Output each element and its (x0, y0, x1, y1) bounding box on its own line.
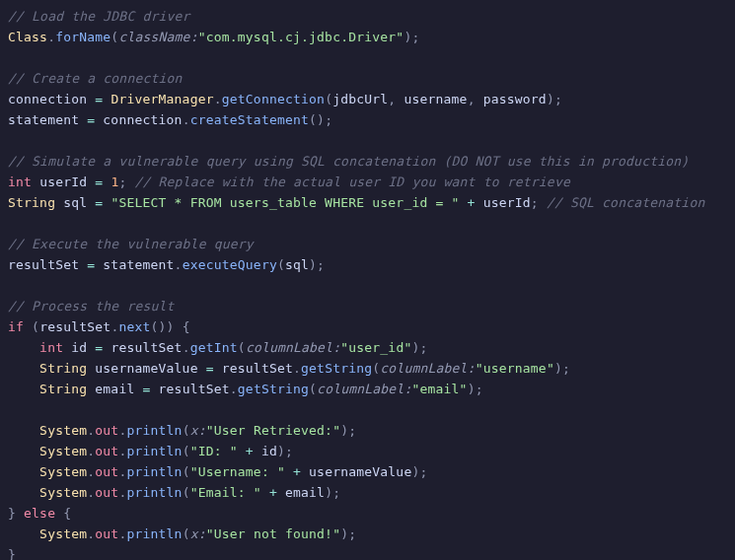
keyword-int: int (8, 175, 32, 189)
method-forName: forName (55, 30, 110, 44)
string-literal: "SELECT * FROM users_table WHERE user_id… (110, 195, 459, 210)
comment: // Process the result (8, 299, 175, 314)
method-println: println (126, 423, 182, 438)
string-literal: "User not found!" (206, 526, 340, 541)
string-literal: "User Retrieved:" (206, 423, 340, 438)
string-literal: "user_id" (340, 340, 411, 355)
ident-password: password (483, 92, 547, 106)
ident-connection: connection (8, 92, 87, 106)
ident-sql: sql (63, 195, 87, 210)
comment: // SQL concatenation (547, 195, 705, 210)
ident-username: username (404, 92, 467, 106)
comment: // Execute the vulnerable query (8, 237, 254, 251)
comment: // Load the JDBC driver (8, 9, 190, 24)
ident-id: id (71, 340, 87, 355)
string-literal: "email" (411, 382, 467, 396)
code-editor: // Load the JDBC driver Class.forName(cl… (0, 0, 735, 560)
string-literal: "username" (476, 361, 554, 376)
ident-statement: statement (8, 112, 79, 127)
type-class: Class (8, 30, 47, 44)
field-out: out (95, 423, 118, 438)
ident-resultSet: resultSet (8, 257, 79, 272)
string-literal: "Email: " (190, 485, 261, 500)
type-driver-manager: DriverManager (110, 92, 213, 106)
string-literal: "Username: " (190, 464, 285, 479)
string-literal: "ID: " (190, 444, 238, 458)
type-system: System (39, 423, 87, 438)
comment: // Create a connection (8, 71, 183, 86)
ident-jdbcUrl: jdbcUrl (332, 92, 388, 106)
method-createStatement: createStatement (190, 112, 309, 127)
semicolon: ; (411, 30, 419, 44)
op-plus: + (468, 195, 476, 210)
method-getInt: getInt (190, 340, 238, 355)
type-string: String (8, 195, 55, 210)
param-hint: x: (190, 423, 206, 438)
rbrace: } (8, 506, 16, 521)
dot: . (47, 30, 55, 44)
string-literal: "com.mysql.cj.jdbc.Driver" (198, 30, 404, 44)
comment: // Simulate a vulnerable query using SQL… (8, 154, 689, 169)
method-next: next (118, 319, 150, 334)
comment: // Replace with the actual user ID you w… (134, 175, 569, 189)
ident-email: email (95, 382, 134, 396)
param-hint: className: (118, 30, 197, 44)
keyword-if: if (8, 319, 24, 334)
param-hint: columnLabel: (246, 340, 340, 355)
ident-userId: userId (39, 175, 87, 189)
keyword-else: else (24, 506, 55, 521)
op-assign: = (95, 92, 103, 106)
method-getString: getString (301, 361, 372, 376)
method-getConnection: getConnection (222, 92, 325, 106)
method-executeQuery: executeQuery (183, 257, 277, 272)
ident-usernameValue: usernameValue (95, 361, 197, 376)
lbrace: { (183, 319, 190, 334)
